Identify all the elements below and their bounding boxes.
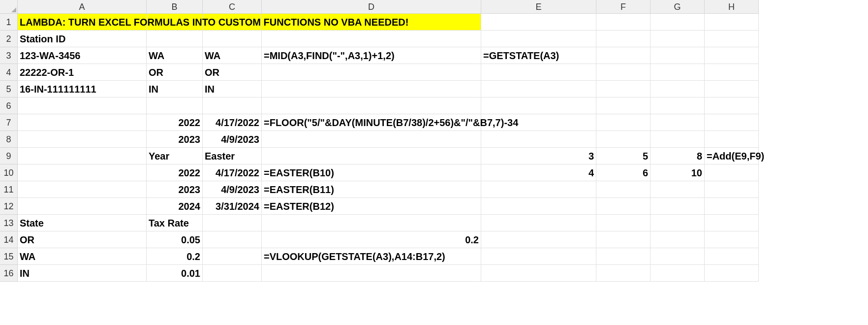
cell-A14[interactable]: OR (18, 231, 147, 248)
cell-D13[interactable] (262, 215, 481, 231)
cell-A5[interactable]: 16-IN-111111111 (18, 81, 147, 98)
cell-E1[interactable] (481, 14, 596, 31)
cell-B4[interactable]: OR (147, 64, 203, 81)
row-header[interactable]: 4 (0, 64, 18, 81)
row-header[interactable]: 1 (0, 14, 18, 31)
cell-G8[interactable] (651, 131, 705, 148)
cell-B2[interactable] (147, 31, 203, 47)
col-header-F[interactable]: F (596, 0, 651, 14)
cell-F13[interactable] (596, 215, 651, 231)
cell-D16[interactable] (262, 265, 481, 282)
cell-G7[interactable] (651, 114, 705, 131)
cell-F11[interactable] (596, 181, 651, 198)
cell-F7[interactable] (596, 114, 651, 131)
cell-D14[interactable]: 0.2 (262, 231, 481, 248)
cell-G2[interactable] (651, 31, 705, 47)
cell-A1[interactable]: LAMBDA: TURN EXCEL FORMULAS INTO CUSTOM … (18, 14, 147, 31)
cell-F10[interactable]: 6 (596, 164, 651, 181)
cell-F8[interactable] (596, 131, 651, 148)
cell-C4[interactable]: OR (203, 64, 262, 81)
cell-B16[interactable]: 0.01 (147, 265, 203, 282)
cell-H7[interactable] (705, 114, 759, 131)
row-header[interactable]: 6 (0, 98, 18, 114)
cell-H15[interactable] (705, 248, 759, 265)
cell-C13[interactable] (203, 215, 262, 231)
cell-D11[interactable]: =EASTER(B11) (262, 181, 481, 198)
col-header-G[interactable]: G (651, 0, 705, 14)
cell-H6[interactable] (705, 98, 759, 114)
cell-B6[interactable] (147, 98, 203, 114)
cell-A11[interactable] (18, 181, 147, 198)
cell-C16[interactable] (203, 265, 262, 282)
col-header-C[interactable]: C (203, 0, 262, 14)
col-header-A[interactable]: A (18, 0, 147, 14)
cell-D2[interactable] (262, 31, 481, 47)
select-all-corner[interactable] (0, 0, 18, 14)
cell-A16[interactable]: IN (18, 265, 147, 282)
cell-E8[interactable] (481, 131, 596, 148)
cell-B15[interactable]: 0.2 (147, 248, 203, 265)
cell-C3[interactable]: WA (203, 47, 262, 64)
cell-D15[interactable]: =VLOOKUP(GETSTATE(A3),A14:B17,2) (262, 248, 481, 265)
cell-F2[interactable] (596, 31, 651, 47)
cell-C10[interactable]: 4/17/2022 (203, 164, 262, 181)
cell-G4[interactable] (651, 64, 705, 81)
cell-A8[interactable] (18, 131, 147, 148)
cell-H11[interactable] (705, 181, 759, 198)
cell-B14[interactable]: 0.05 (147, 231, 203, 248)
cell-D7[interactable]: =FLOOR("5/"&DAY(MINUTE(B7/38)/2+56)&"/"&… (262, 114, 481, 131)
cell-F4[interactable] (596, 64, 651, 81)
cell-F3[interactable] (596, 47, 651, 64)
cell-E6[interactable] (481, 98, 596, 114)
cell-A13[interactable]: State (18, 215, 147, 231)
cell-F6[interactable] (596, 98, 651, 114)
cell-D3[interactable]: =MID(A3,FIND("-",A3,1)+1,2) (262, 47, 481, 64)
cell-A4[interactable]: 22222-OR-1 (18, 64, 147, 81)
cell-A7[interactable] (18, 114, 147, 131)
cell-G10[interactable]: 10 (651, 164, 705, 181)
cell-E16[interactable] (481, 265, 596, 282)
cell-B9[interactable]: Year (147, 148, 203, 164)
cell-B12[interactable]: 2024 (147, 198, 203, 215)
cell-C2[interactable] (203, 31, 262, 47)
row-header[interactable]: 11 (0, 181, 18, 198)
cell-F15[interactable] (596, 248, 651, 265)
row-header[interactable]: 9 (0, 148, 18, 164)
cell-D5[interactable] (262, 81, 481, 98)
col-header-E[interactable]: E (481, 0, 596, 14)
cell-A10[interactable] (18, 164, 147, 181)
row-header[interactable]: 15 (0, 248, 18, 265)
cell-D9[interactable] (262, 148, 481, 164)
cell-E2[interactable] (481, 31, 596, 47)
cell-E10[interactable]: 4 (481, 164, 596, 181)
cell-H3[interactable] (705, 47, 759, 64)
cell-H13[interactable] (705, 215, 759, 231)
cell-F5[interactable] (596, 81, 651, 98)
cell-A3[interactable]: 123-WA-3456 (18, 47, 147, 64)
row-header[interactable]: 7 (0, 114, 18, 131)
cell-B11[interactable]: 2023 (147, 181, 203, 198)
cell-A9[interactable] (18, 148, 147, 164)
cell-F1[interactable] (596, 14, 651, 31)
col-header-D[interactable]: D (262, 0, 481, 14)
cell-D10[interactable]: =EASTER(B10) (262, 164, 481, 181)
cell-E15[interactable] (481, 248, 596, 265)
cell-G6[interactable] (651, 98, 705, 114)
cell-A6[interactable] (18, 98, 147, 114)
row-header[interactable]: 3 (0, 47, 18, 64)
cell-F16[interactable] (596, 265, 651, 282)
cell-H1[interactable] (705, 14, 759, 31)
row-header[interactable]: 12 (0, 198, 18, 215)
cell-D8[interactable] (262, 131, 481, 148)
cell-F9[interactable]: 5 (596, 148, 651, 164)
cell-E3[interactable]: =GETSTATE(A3) (481, 47, 596, 64)
spreadsheet-grid[interactable]: A B C D E F G H 1 LAMBDA: TURN EXCEL FOR… (0, 0, 868, 282)
cell-F12[interactable] (596, 198, 651, 215)
cell-E9[interactable]: 3 (481, 148, 596, 164)
row-header[interactable]: 14 (0, 231, 18, 248)
cell-C8[interactable]: 4/9/2023 (203, 131, 262, 148)
cell-G5[interactable] (651, 81, 705, 98)
cell-B3[interactable]: WA (147, 47, 203, 64)
cell-E4[interactable] (481, 64, 596, 81)
cell-H12[interactable] (705, 198, 759, 215)
